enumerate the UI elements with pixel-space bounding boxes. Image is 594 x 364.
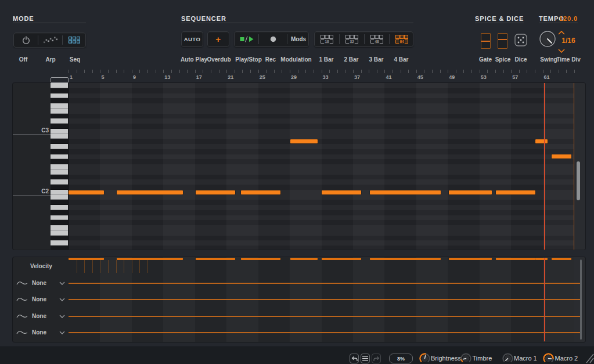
piano-key-Ds2[interactable] — [51, 175, 68, 180]
velocity-bar[interactable] — [552, 258, 571, 260]
piano-key-D3[interactable] — [51, 118, 68, 124]
velocity-bar[interactable] — [69, 258, 104, 260]
note-C2[interactable] — [241, 190, 280, 194]
note-C2[interactable] — [117, 190, 183, 194]
piano-key-As1[interactable] — [51, 200, 68, 205]
mode-off-button[interactable] — [14, 33, 38, 47]
note-C2[interactable] — [322, 190, 361, 194]
knob-macro-2[interactable] — [542, 352, 555, 364]
piano-key-B2[interactable] — [51, 134, 68, 139]
piano-key-B1[interactable] — [51, 195, 68, 200]
note-C2[interactable] — [496, 190, 535, 194]
piano-key-E1[interactable] — [51, 230, 68, 236]
menu-button[interactable] — [361, 354, 370, 363]
note-As2[interactable] — [535, 139, 547, 143]
dice-button[interactable] — [514, 34, 527, 46]
note-C2[interactable] — [370, 190, 441, 194]
modulation-button[interactable]: Mods — [287, 32, 309, 46]
piano-key-Cs1[interactable] — [51, 246, 68, 250]
gate-slider-handle[interactable] — [481, 41, 490, 42]
chevron-down-icon[interactable] — [59, 331, 65, 334]
velocity-bar[interactable] — [370, 258, 441, 260]
knob-timbre[interactable] — [460, 352, 472, 364]
rec-button[interactable] — [259, 32, 287, 46]
knob-macro-1[interactable] — [502, 352, 514, 364]
piano-key-As2[interactable] — [51, 139, 68, 144]
mode-seq-button[interactable] — [63, 33, 87, 47]
mod-source-select[interactable]: None — [32, 280, 46, 286]
chevron-down-icon[interactable] — [59, 282, 65, 285]
piano-key-A1[interactable] — [51, 205, 68, 210]
time-div-down-chevron[interactable] — [558, 49, 565, 53]
auto-play-button[interactable]: AUTO — [181, 31, 203, 47]
mode-arp-button[interactable] — [38, 33, 62, 47]
play-stop-button[interactable] — [235, 32, 258, 46]
piano-key-Ds3[interactable] — [51, 114, 68, 119]
piano-key-C3[interactable] — [51, 129, 68, 134]
time-div-value[interactable]: 1/16 — [559, 37, 578, 45]
piano-key-G3[interactable] — [51, 93, 68, 99]
undo-button[interactable] — [350, 354, 359, 363]
keyboard-top-key[interactable] — [51, 77, 69, 83]
velocity-bar[interactable] — [496, 258, 535, 260]
bar-3-button[interactable]: 48 — [365, 32, 389, 46]
piano-key-Ds1[interactable] — [51, 236, 68, 241]
piano-key-Cs3[interactable] — [51, 124, 68, 129]
piano-keyboard[interactable] — [51, 83, 69, 250]
tempo-value[interactable]: 120.0 — [559, 15, 578, 22]
mod-lane-line[interactable] — [69, 316, 582, 317]
velocity-bar[interactable] — [449, 258, 492, 260]
note-C2[interactable] — [69, 190, 104, 194]
piano-key-Gs1[interactable] — [51, 210, 68, 215]
piano-key-E2[interactable] — [51, 170, 68, 175]
piano-key-Gs2[interactable] — [51, 149, 68, 154]
knob-brightness[interactable] — [419, 352, 431, 364]
piano-key-Fs2[interactable] — [51, 159, 68, 164]
piano-key-F3[interactable] — [51, 103, 68, 109]
piano-key-C2[interactable] — [51, 190, 68, 195]
bar-2-button[interactable]: 32 — [340, 32, 364, 46]
piano-key-D1[interactable] — [51, 240, 68, 246]
note-C2[interactable] — [196, 190, 235, 194]
velocity-bar[interactable] — [290, 258, 317, 260]
mod-lane-line[interactable] — [69, 299, 582, 300]
piano-key-G1[interactable] — [51, 215, 68, 221]
velocity-vertical-scrollbar[interactable] — [580, 260, 582, 340]
note-G2[interactable] — [552, 154, 571, 158]
mod-source-select[interactable]: None — [32, 329, 46, 336]
redo-button[interactable] — [372, 354, 381, 363]
bar-4-button[interactable]: 64 — [390, 32, 414, 46]
mod-lane-line[interactable] — [69, 283, 582, 284]
chevron-down-icon[interactable] — [59, 298, 65, 301]
gate-slider[interactable] — [481, 33, 491, 49]
velocity-bar[interactable] — [322, 258, 361, 260]
piano-key-Fs1[interactable] — [51, 220, 68, 225]
overdub-button[interactable]: + — [207, 31, 229, 47]
mod-source-select[interactable]: None — [32, 313, 46, 319]
piano-key-A3[interactable] — [51, 83, 68, 88]
chevron-down-icon[interactable] — [59, 315, 65, 318]
note-grid[interactable] — [69, 83, 574, 250]
bar-1-button[interactable]: 16 — [315, 32, 339, 46]
resize-handle[interactable] — [584, 352, 594, 363]
velocity-bar[interactable] — [196, 258, 235, 260]
piano-key-G2[interactable] — [51, 154, 68, 160]
velocity-bar[interactable] — [241, 258, 280, 260]
velocity-bar[interactable] — [535, 258, 547, 260]
mod-source-select[interactable]: None — [32, 296, 46, 302]
piano-key-Cs2[interactable] — [51, 185, 68, 190]
spice-slider-handle[interactable] — [498, 39, 507, 40]
piano-key-A2[interactable] — [51, 144, 68, 149]
piano-key-E3[interactable] — [51, 109, 68, 114]
piano-key-F1[interactable] — [51, 225, 68, 230]
note-As2[interactable] — [290, 139, 317, 143]
piano-key-Fs3[interactable] — [51, 98, 68, 103]
mod-lane-line[interactable] — [69, 332, 582, 333]
piano-key-F2[interactable] — [51, 164, 68, 170]
note-C2[interactable] — [449, 190, 492, 194]
zoom-level-button[interactable]: 8% — [389, 354, 413, 363]
spice-slider[interactable] — [498, 33, 507, 49]
piano-key-D2[interactable] — [51, 179, 68, 185]
time-div-up-chevron[interactable] — [558, 31, 565, 35]
piano-key-Gs3[interactable] — [51, 88, 68, 93]
